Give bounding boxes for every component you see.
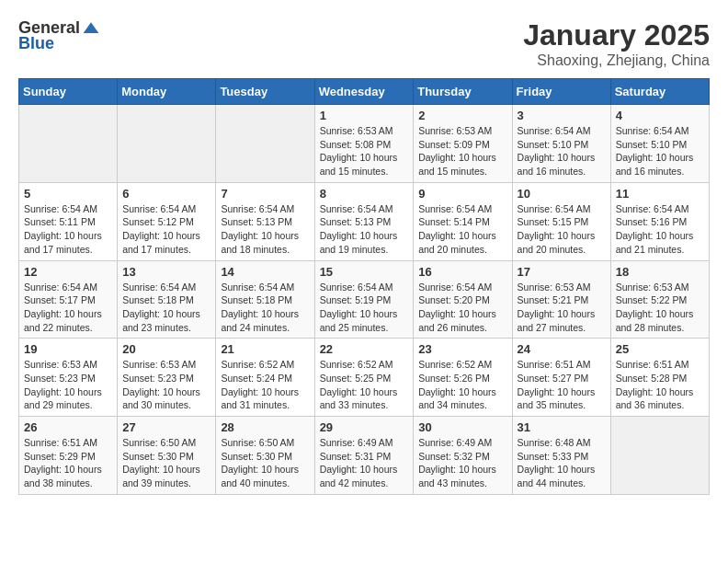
day-info: Sunrise: 6:54 AM Sunset: 5:18 PM Dayligh… bbox=[122, 281, 210, 335]
day-info: Sunrise: 6:52 AM Sunset: 5:26 PM Dayligh… bbox=[418, 358, 506, 412]
calendar-cell: 14Sunrise: 6:54 AM Sunset: 5:18 PM Dayli… bbox=[216, 260, 314, 339]
calendar-cell: 13Sunrise: 6:54 AM Sunset: 5:18 PM Dayli… bbox=[118, 260, 216, 339]
day-number: 20 bbox=[122, 342, 210, 356]
calendar-cell: 12Sunrise: 6:54 AM Sunset: 5:17 PM Dayli… bbox=[19, 260, 118, 339]
calendar-cell: 28Sunrise: 6:50 AM Sunset: 5:30 PM Dayli… bbox=[216, 417, 314, 495]
day-info: Sunrise: 6:54 AM Sunset: 5:10 PM Dayligh… bbox=[616, 124, 704, 178]
day-number: 21 bbox=[221, 342, 309, 356]
weekday-header-tuesday: Tuesday bbox=[216, 79, 314, 105]
calendar-cell: 15Sunrise: 6:54 AM Sunset: 5:19 PM Dayli… bbox=[314, 260, 414, 339]
calendar-cell: 24Sunrise: 6:51 AM Sunset: 5:27 PM Dayli… bbox=[512, 339, 610, 417]
logo-icon bbox=[82, 19, 100, 38]
calendar-week-2: 5Sunrise: 6:54 AM Sunset: 5:11 PM Daylig… bbox=[19, 182, 710, 260]
weekday-header-monday: Monday bbox=[118, 79, 216, 105]
day-info: Sunrise: 6:53 AM Sunset: 5:08 PM Dayligh… bbox=[320, 124, 409, 178]
day-info: Sunrise: 6:48 AM Sunset: 5:33 PM Dayligh… bbox=[518, 436, 606, 490]
calendar-cell: 7Sunrise: 6:54 AM Sunset: 5:13 PM Daylig… bbox=[216, 182, 314, 260]
day-number: 16 bbox=[418, 265, 506, 279]
calendar-week-5: 26Sunrise: 6:51 AM Sunset: 5:29 PM Dayli… bbox=[19, 417, 710, 495]
day-info: Sunrise: 6:54 AM Sunset: 5:19 PM Dayligh… bbox=[320, 281, 409, 335]
day-info: Sunrise: 6:49 AM Sunset: 5:31 PM Dayligh… bbox=[320, 436, 409, 490]
day-info: Sunrise: 6:53 AM Sunset: 5:22 PM Dayligh… bbox=[616, 281, 704, 335]
day-number: 3 bbox=[518, 109, 606, 122]
calendar-cell: 16Sunrise: 6:54 AM Sunset: 5:20 PM Dayli… bbox=[414, 260, 512, 339]
day-number: 2 bbox=[418, 109, 506, 122]
calendar-week-4: 19Sunrise: 6:53 AM Sunset: 5:23 PM Dayli… bbox=[19, 339, 710, 417]
calendar-cell: 4Sunrise: 6:54 AM Sunset: 5:10 PM Daylig… bbox=[610, 105, 709, 183]
calendar-cell: 31Sunrise: 6:48 AM Sunset: 5:33 PM Dayli… bbox=[512, 417, 610, 495]
day-info: Sunrise: 6:53 AM Sunset: 5:23 PM Dayligh… bbox=[122, 358, 210, 412]
calendar-cell bbox=[610, 417, 709, 495]
month-title: January 2025 bbox=[523, 18, 710, 52]
day-info: Sunrise: 6:54 AM Sunset: 5:17 PM Dayligh… bbox=[24, 281, 112, 335]
day-info: Sunrise: 6:52 AM Sunset: 5:24 PM Dayligh… bbox=[221, 358, 309, 412]
day-number: 7 bbox=[221, 187, 309, 201]
day-info: Sunrise: 6:54 AM Sunset: 5:18 PM Dayligh… bbox=[221, 281, 309, 335]
day-number: 10 bbox=[518, 187, 606, 201]
calendar-cell: 10Sunrise: 6:54 AM Sunset: 5:15 PM Dayli… bbox=[512, 182, 610, 260]
calendar-cell: 19Sunrise: 6:53 AM Sunset: 5:23 PM Dayli… bbox=[19, 339, 118, 417]
day-info: Sunrise: 6:50 AM Sunset: 5:30 PM Dayligh… bbox=[122, 436, 210, 490]
weekday-header-row: SundayMondayTuesdayWednesdayThursdayFrid… bbox=[19, 79, 710, 105]
weekday-header-sunday: Sunday bbox=[19, 79, 118, 105]
calendar-cell: 5Sunrise: 6:54 AM Sunset: 5:11 PM Daylig… bbox=[19, 182, 118, 260]
day-info: Sunrise: 6:49 AM Sunset: 5:32 PM Dayligh… bbox=[418, 436, 506, 490]
calendar-cell bbox=[19, 105, 118, 183]
calendar-cell: 21Sunrise: 6:52 AM Sunset: 5:24 PM Dayli… bbox=[216, 339, 314, 417]
weekday-header-wednesday: Wednesday bbox=[314, 79, 414, 105]
day-number: 22 bbox=[320, 342, 409, 356]
title-section: January 2025 Shaoxing, Zhejiang, China bbox=[523, 18, 710, 69]
calendar-week-1: 1Sunrise: 6:53 AM Sunset: 5:08 PM Daylig… bbox=[19, 105, 710, 183]
day-info: Sunrise: 6:53 AM Sunset: 5:21 PM Dayligh… bbox=[518, 281, 606, 335]
day-info: Sunrise: 6:53 AM Sunset: 5:23 PM Dayligh… bbox=[24, 358, 112, 412]
day-number: 28 bbox=[221, 420, 309, 434]
day-number: 19 bbox=[24, 342, 112, 356]
weekday-header-friday: Friday bbox=[512, 79, 610, 105]
day-info: Sunrise: 6:50 AM Sunset: 5:30 PM Dayligh… bbox=[221, 436, 309, 490]
day-info: Sunrise: 6:54 AM Sunset: 5:13 PM Dayligh… bbox=[320, 202, 409, 257]
calendar-cell: 18Sunrise: 6:53 AM Sunset: 5:22 PM Dayli… bbox=[610, 260, 709, 339]
day-number: 29 bbox=[320, 420, 409, 434]
calendar-cell: 1Sunrise: 6:53 AM Sunset: 5:08 PM Daylig… bbox=[314, 105, 414, 183]
day-number: 25 bbox=[616, 342, 704, 356]
day-number: 1 bbox=[320, 109, 409, 122]
day-number: 31 bbox=[518, 420, 606, 434]
day-info: Sunrise: 6:51 AM Sunset: 5:29 PM Dayligh… bbox=[24, 436, 112, 490]
calendar-cell: 25Sunrise: 6:51 AM Sunset: 5:28 PM Dayli… bbox=[610, 339, 709, 417]
day-number: 4 bbox=[616, 109, 704, 122]
calendar-table: SundayMondayTuesdayWednesdayThursdayFrid… bbox=[18, 78, 710, 495]
calendar-cell bbox=[118, 105, 216, 183]
day-info: Sunrise: 6:54 AM Sunset: 5:15 PM Dayligh… bbox=[518, 202, 606, 257]
calendar-week-3: 12Sunrise: 6:54 AM Sunset: 5:17 PM Dayli… bbox=[19, 260, 710, 339]
day-number: 23 bbox=[418, 342, 506, 356]
calendar-cell: 3Sunrise: 6:54 AM Sunset: 5:10 PM Daylig… bbox=[512, 105, 610, 183]
day-number: 14 bbox=[221, 265, 309, 279]
calendar-cell: 23Sunrise: 6:52 AM Sunset: 5:26 PM Dayli… bbox=[414, 339, 512, 417]
day-info: Sunrise: 6:54 AM Sunset: 5:20 PM Dayligh… bbox=[418, 281, 506, 335]
day-number: 6 bbox=[122, 187, 210, 201]
page-header: General Blue January 2025 Shaoxing, Zhej… bbox=[18, 18, 710, 69]
day-info: Sunrise: 6:54 AM Sunset: 5:12 PM Dayligh… bbox=[122, 202, 210, 257]
calendar-cell: 29Sunrise: 6:49 AM Sunset: 5:31 PM Dayli… bbox=[314, 417, 414, 495]
day-number: 26 bbox=[24, 420, 112, 434]
logo-blue: Blue bbox=[18, 34, 54, 53]
day-number: 13 bbox=[122, 265, 210, 279]
weekday-header-saturday: Saturday bbox=[610, 79, 709, 105]
day-number: 15 bbox=[320, 265, 409, 279]
day-number: 12 bbox=[24, 265, 112, 279]
day-info: Sunrise: 6:54 AM Sunset: 5:16 PM Dayligh… bbox=[616, 202, 704, 257]
day-info: Sunrise: 6:54 AM Sunset: 5:11 PM Dayligh… bbox=[24, 202, 112, 257]
calendar-cell: 11Sunrise: 6:54 AM Sunset: 5:16 PM Dayli… bbox=[610, 182, 709, 260]
calendar-cell: 27Sunrise: 6:50 AM Sunset: 5:30 PM Dayli… bbox=[118, 417, 216, 495]
calendar-cell: 26Sunrise: 6:51 AM Sunset: 5:29 PM Dayli… bbox=[19, 417, 118, 495]
weekday-header-thursday: Thursday bbox=[414, 79, 512, 105]
day-info: Sunrise: 6:54 AM Sunset: 5:13 PM Dayligh… bbox=[221, 202, 309, 257]
calendar-cell: 9Sunrise: 6:54 AM Sunset: 5:14 PM Daylig… bbox=[414, 182, 512, 260]
logo: General Blue bbox=[18, 18, 100, 53]
day-info: Sunrise: 6:54 AM Sunset: 5:14 PM Dayligh… bbox=[418, 202, 506, 257]
calendar-cell: 2Sunrise: 6:53 AM Sunset: 5:09 PM Daylig… bbox=[414, 105, 512, 183]
day-number: 17 bbox=[518, 265, 606, 279]
day-number: 24 bbox=[518, 342, 606, 356]
day-number: 11 bbox=[616, 187, 704, 201]
day-number: 8 bbox=[320, 187, 409, 201]
